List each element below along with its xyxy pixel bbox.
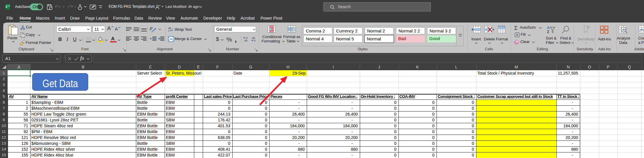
svg-text:X: X <box>6 5 8 8</box>
svg-text:A: A <box>547 26 550 30</box>
svg-text:.00: .00 <box>244 39 248 42</box>
svg-text:c: c <box>168 29 170 32</box>
svg-text:Z: Z <box>547 30 549 33</box>
svg-text:0: 0 <box>254 39 255 42</box>
